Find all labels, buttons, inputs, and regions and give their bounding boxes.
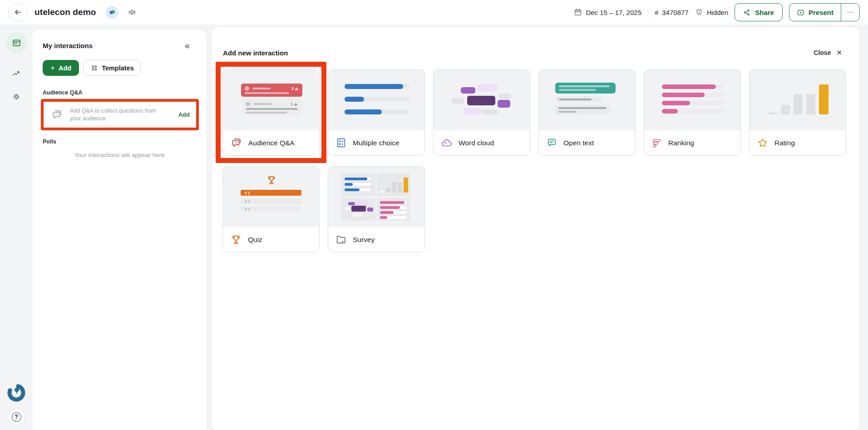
sidebar-button-row: + Add Templates bbox=[33, 60, 206, 76]
tile-word-cloud[interactable]: Word cloud bbox=[433, 69, 530, 156]
survey-illustration bbox=[328, 167, 424, 227]
templates-button[interactable]: Templates bbox=[84, 60, 141, 76]
close-panel-button[interactable]: Close ✕ bbox=[814, 49, 842, 57]
left-rail: ? bbox=[0, 25, 33, 430]
tile-label: Open text bbox=[563, 139, 594, 147]
word-cloud-icon bbox=[441, 137, 453, 149]
grid-dots-icon bbox=[90, 64, 98, 72]
ranking-illustration bbox=[644, 70, 740, 130]
share-button[interactable]: Share bbox=[735, 3, 783, 21]
open-text-icon bbox=[546, 137, 557, 148]
polls-section-label: Polls bbox=[33, 138, 206, 145]
qa-vote-count-top: 2 bbox=[291, 86, 294, 91]
interactions-sidebar: My interactions « + Add Templates Audien… bbox=[33, 30, 206, 430]
divider bbox=[648, 7, 648, 18]
arrow-left-icon bbox=[13, 7, 23, 17]
voting-code: 3470877 bbox=[662, 9, 688, 16]
integration-badge[interactable] bbox=[106, 6, 118, 19]
tile-open-text[interactable]: Open text bbox=[538, 69, 636, 156]
add-label: Add bbox=[59, 64, 71, 72]
rail-bottom-group: ? bbox=[0, 382, 33, 425]
present-label: Present bbox=[809, 9, 833, 16]
question-mark-icon: ? bbox=[12, 412, 21, 422]
calendar-icon bbox=[574, 8, 582, 16]
megaphone-icon bbox=[128, 8, 137, 17]
audience-qa-icon bbox=[230, 137, 242, 149]
visibility-control[interactable]: Hidden bbox=[695, 8, 729, 16]
open-text-illustration bbox=[539, 70, 635, 130]
empty-interactions-message: Your interactions will appear here bbox=[33, 152, 206, 158]
present-button[interactable]: Present bbox=[789, 4, 841, 21]
panel-title: Add new interaction bbox=[223, 49, 288, 57]
trending-up-icon bbox=[12, 69, 21, 78]
trophy-icon bbox=[230, 234, 242, 246]
date-range-control[interactable]: Dec 15 – 17, 2025 bbox=[574, 8, 641, 16]
rail-item-results[interactable] bbox=[6, 63, 27, 84]
tile-label: Rating bbox=[774, 139, 795, 147]
qa-vote-count-bottom: 1 bbox=[291, 102, 293, 106]
sidebar-title: My interactions bbox=[43, 42, 93, 49]
top-bar: utelecon demo Dec 15 – 17, 2025 # 347087… bbox=[0, 0, 868, 25]
collapse-sidebar-icon[interactable]: « bbox=[185, 41, 190, 50]
templates-label: Templates bbox=[102, 64, 134, 72]
qa-prompt-text: Add Q&A to collect questions from your a… bbox=[70, 107, 164, 123]
sidebar-header: My interactions « bbox=[33, 30, 206, 50]
add-interaction-button[interactable]: + Add bbox=[43, 60, 79, 76]
topbar-right-group: Dec 15 – 17, 2025 # 3470877 Hidden Share bbox=[574, 3, 860, 21]
tile-audience-qa[interactable]: 2 1 bbox=[222, 69, 320, 156]
multiple-choice-illustration bbox=[328, 70, 424, 130]
tile-label: Ranking bbox=[668, 139, 694, 147]
quiz-rank-2: # 2 bbox=[245, 199, 250, 204]
shield-icon bbox=[695, 8, 703, 16]
close-label: Close bbox=[814, 49, 831, 56]
slides-editor-icon bbox=[12, 38, 21, 48]
thumbs-up-icon bbox=[295, 87, 299, 91]
tile-ranking[interactable]: Ranking bbox=[644, 69, 741, 156]
ellipsis-icon: ⋯ bbox=[847, 8, 854, 16]
add-interaction-panel: Add new interaction Close ✕ 2 bbox=[212, 27, 859, 430]
folder-icon bbox=[335, 234, 347, 245]
app-logo-icon bbox=[108, 9, 116, 16]
tile-rating[interactable]: Rating bbox=[749, 69, 846, 156]
visibility-status: Hidden bbox=[707, 9, 729, 16]
qa-add-row-annotated[interactable]: Add Q&A to collect questions from your a… bbox=[41, 99, 199, 130]
quiz-rank-3: # 3 bbox=[245, 207, 250, 212]
tile-label: Word cloud bbox=[459, 139, 494, 147]
presentation-title: utelecon demo bbox=[35, 7, 96, 17]
tile-label: Multiple choice bbox=[353, 139, 399, 147]
trophy-icon bbox=[266, 175, 277, 186]
tile-audience-qa-wrap: 2 1 bbox=[222, 69, 320, 156]
multiple-choice-icon bbox=[335, 137, 347, 148]
rating-illustration bbox=[750, 70, 846, 130]
tile-multiple-choice[interactable]: Multiple choice bbox=[328, 69, 425, 156]
qa-bubbles-icon bbox=[51, 109, 63, 121]
tile-label: Quiz bbox=[248, 236, 262, 244]
qa-section-label: Audience Q&A bbox=[33, 89, 206, 96]
quiz-illustration: # 1 # 2 # 3 bbox=[223, 167, 319, 227]
announce-button[interactable] bbox=[128, 8, 137, 17]
hash-icon: # bbox=[655, 9, 658, 16]
audience-qa-illustration: 2 1 bbox=[223, 70, 319, 130]
gear-icon bbox=[12, 92, 21, 101]
thumbs-up-icon bbox=[294, 102, 298, 106]
tile-survey[interactable]: Survey bbox=[328, 166, 425, 252]
present-button-group: Present ⋯ bbox=[789, 3, 860, 21]
present-play-icon bbox=[797, 9, 804, 16]
help-button[interactable]: ? bbox=[8, 408, 25, 425]
date-range: Dec 15 – 17, 2025 bbox=[586, 9, 641, 16]
quiz-rank-1: # 1 bbox=[245, 191, 250, 195]
rail-item-editor[interactable] bbox=[6, 32, 27, 53]
present-more-button[interactable]: ⋯ bbox=[841, 4, 859, 21]
close-icon: ✕ bbox=[836, 49, 842, 57]
plus-icon: + bbox=[50, 64, 55, 73]
rail-item-settings[interactable] bbox=[6, 86, 27, 107]
panel-header: Add new interaction Close ✕ bbox=[222, 49, 848, 57]
tile-label: Survey bbox=[353, 236, 375, 244]
tile-quiz[interactable]: # 1 # 2 # 3 Quiz bbox=[222, 166, 320, 252]
back-button[interactable] bbox=[8, 3, 27, 22]
voting-code-control[interactable]: # 3470877 bbox=[655, 9, 689, 16]
qa-add-link[interactable]: Add bbox=[178, 111, 190, 118]
star-icon bbox=[757, 137, 769, 149]
share-label: Share bbox=[755, 9, 774, 16]
tile-label: Audience Q&A bbox=[248, 139, 295, 147]
